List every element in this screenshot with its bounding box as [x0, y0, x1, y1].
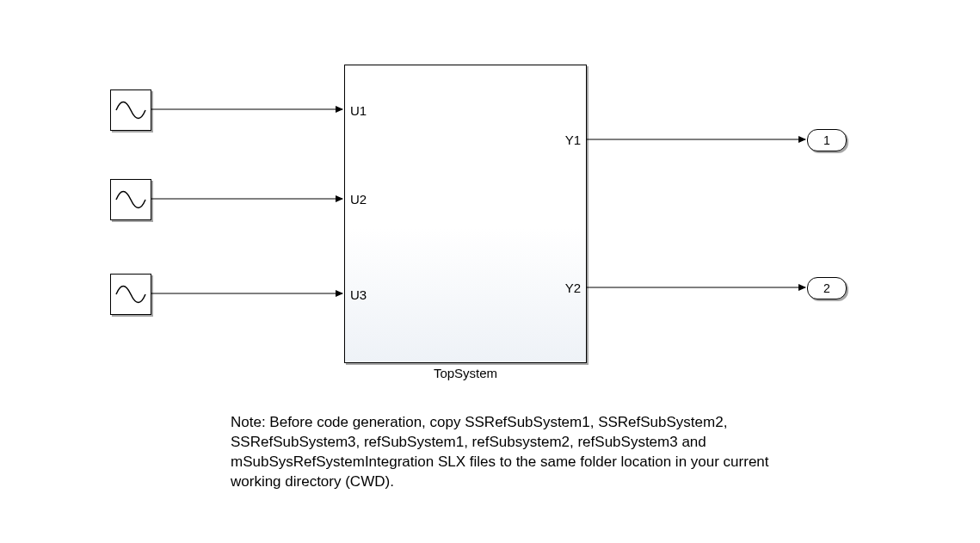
- sine-wave-source-3[interactable]: [110, 274, 151, 315]
- inport-label-u3: U3: [350, 287, 367, 302]
- outport-2-label: 2: [823, 281, 830, 295]
- sine-wave-source-1[interactable]: [110, 89, 151, 131]
- subsystem-block[interactable]: U1 U2 U3 Y1 Y2: [344, 65, 587, 363]
- outport-1-label: 1: [823, 133, 830, 147]
- sine-wave-icon: [111, 90, 151, 130]
- outport-2[interactable]: 2: [807, 277, 847, 299]
- diagram-canvas: U1 U2 U3 Y1 Y2 TopSystem 1 2 Note: Befor…: [0, 0, 980, 543]
- inport-label-u1: U1: [350, 103, 367, 118]
- inport-label-u2: U2: [350, 192, 367, 207]
- outport-1[interactable]: 1: [807, 129, 847, 151]
- sine-wave-source-2[interactable]: [110, 179, 151, 220]
- outport-label-y1: Y1: [565, 133, 581, 147]
- subsystem-name-label: TopSystem: [344, 366, 587, 380]
- sine-wave-icon: [111, 275, 151, 314]
- annotation-note: Note: Before code generation, copy SSRef…: [231, 413, 781, 492]
- outport-label-y2: Y2: [565, 281, 581, 295]
- sine-wave-icon: [111, 180, 151, 219]
